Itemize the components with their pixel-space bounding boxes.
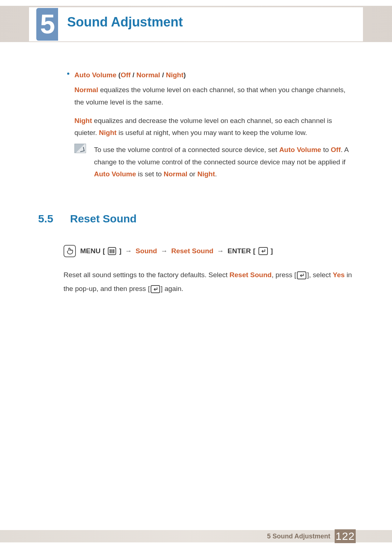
footer-stripe (0, 530, 392, 542)
auto-volume-heading: Auto Volume (Off / Normal / Night) (67, 69, 354, 81)
note-block: To use the volume control of a connected… (74, 144, 354, 180)
night-lead: Night (74, 117, 92, 124)
note-av1: Auto Volume (279, 146, 321, 153)
auto-volume-label: Auto Volume (74, 71, 117, 79)
note-a: To use the volume control of a connected… (94, 146, 279, 153)
chapter-title: Sound Adjustment (67, 15, 183, 30)
rb-e: Yes (333, 271, 345, 279)
nav-reset: Reset Sound (171, 247, 213, 255)
normal-paragraph: Normal equalizes the volume level on eac… (74, 84, 354, 108)
note-av2: Auto Volume (94, 170, 136, 178)
arrow-icon: → (124, 247, 134, 255)
rb-a: Reset all sound settings to the factory … (64, 271, 229, 279)
note-b: to (321, 146, 331, 153)
rb-b: Reset Sound (229, 271, 271, 279)
enter-icon (151, 285, 160, 293)
note-off: Off (331, 146, 340, 153)
rb-d: ], select (307, 271, 333, 279)
note-d: is set to (136, 170, 164, 178)
section-heading: 5.5 Reset Sound (38, 213, 354, 225)
arrow-icon: → (216, 247, 225, 255)
note-e: or (187, 170, 197, 178)
rb-c: , press [ (271, 271, 296, 279)
chapter-badge: 5 (36, 8, 58, 41)
section-number: 5.5 (38, 213, 60, 225)
note-night: Night (197, 170, 215, 178)
nav-menu: MENU (80, 247, 101, 255)
nav-path: MENU [ ] → Sound → Reset Sound → ENTER [… (64, 245, 354, 257)
note-icon (74, 144, 86, 153)
normal-lead: Normal (74, 86, 98, 94)
nav-sound: Sound (136, 247, 157, 255)
opt-off: Off (121, 71, 130, 79)
bullet-icon (67, 73, 69, 75)
footer-text: 5 Sound Adjustment (267, 533, 330, 540)
note-f: . (215, 170, 217, 178)
menu-bars-icon (108, 247, 116, 255)
opt-night: Night (166, 71, 184, 79)
opt-normal: Normal (136, 71, 160, 79)
enter-icon (297, 271, 306, 279)
arrow-icon: → (159, 247, 169, 255)
section-title: Reset Sound (70, 213, 136, 225)
night-paragraph: Night equalizes and decrease the volume … (74, 115, 354, 139)
touch-icon (64, 245, 76, 257)
page-content: Auto Volume (Off / Normal / Night) Norma… (38, 69, 354, 296)
reset-body-text: Reset all sound settings to the factory … (64, 268, 354, 296)
rb-g: ] again. (161, 285, 183, 292)
note-normal: Normal (164, 170, 187, 178)
night-rest: is useful at night, when you may want to… (117, 129, 307, 136)
chapter-number: 5 (36, 8, 58, 41)
nav-enter: ENTER (228, 247, 251, 255)
enter-icon (258, 247, 268, 255)
page-number-badge: 122 (335, 529, 356, 543)
normal-rest: equalizes the volume level on each chann… (74, 86, 346, 106)
night-lead2: Night (99, 129, 117, 136)
